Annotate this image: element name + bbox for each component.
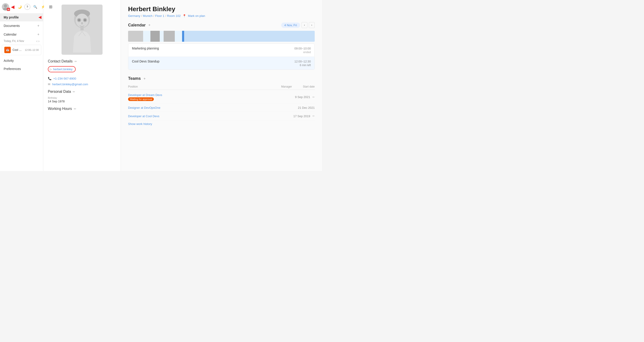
teams-row-0-badge: Waiting for approval (128, 97, 154, 101)
search-icon[interactable]: 🔍 (32, 4, 38, 10)
sidebar-calendar-event[interactable]: 📅 Cool Devs Stan... 12:00–12:30 (2, 45, 41, 55)
main-content: Contact Details ✏ ▷ herbert.binkley 📞 +1… (43, 0, 322, 171)
breadcrumb-sep-1: / (153, 14, 154, 18)
calendar-panel: Calendar + 4 Nov, Fri ‹ › (128, 22, 315, 70)
teams-row-0-edit-icon[interactable]: ✏ (312, 96, 315, 99)
email-row: ✉ herbert.binkley@gmail.com (48, 83, 116, 86)
teams-row-2-edit-icon[interactable]: ✏ (312, 114, 315, 118)
profile-center-panel: Contact Details ✏ ▷ herbert.binkley 📞 +1… (43, 0, 121, 171)
event-time: 12:00–12:30 (25, 49, 39, 51)
teams-row-2-start-date: 17 Sep 2019 (293, 114, 310, 118)
timeline-seg-gap3 (175, 31, 182, 42)
teams-row-2: Developer at Cool Devs 17 Sep 2019 ✏ (128, 112, 315, 120)
teams-add-button[interactable]: + (143, 77, 146, 81)
calendar-prev[interactable]: ‹ (36, 39, 38, 43)
personal-data-section: Personal Data ✏ Birthday 14 Sep 1978 (48, 90, 116, 103)
phone-value[interactable]: +1-234-567-8900 (53, 77, 76, 80)
breadcrumb-sep-3: 📍 (182, 14, 186, 18)
teams-row-1-start-date: 21 Dec 2021 (298, 106, 315, 109)
calendar-date-button[interactable]: 4 Nov, Fri (281, 23, 300, 28)
sidebar-item-documents[interactable]: Documents + (0, 22, 43, 30)
username-value[interactable]: herbert.binkley (53, 68, 72, 71)
teams-row-0-start: 9 Sep 2021 ✏ (292, 95, 315, 99)
person-name: Herbert Binkley (128, 6, 315, 13)
sidebar-item-my-profile[interactable]: My profile ◀ (0, 13, 43, 22)
teams-row-1-position: Designer at DevOpsOne (128, 106, 292, 109)
teams-table-header: Position Manager Start date (128, 84, 315, 90)
sidebar-calendar-section: Calendar + Today, Fri, 4 Nov ‹ › 📅 Cool … (0, 30, 43, 57)
working-hours-section: Working Hours ✏ (48, 107, 116, 111)
timeline-seg-gap1 (143, 31, 151, 42)
personal-data-label: Personal Data (48, 90, 71, 94)
teams-row-1-position-link[interactable]: Designer at DevOpsOne (128, 106, 160, 109)
timeline-seg-2 (150, 31, 160, 42)
breadcrumb-part-0[interactable]: Germany (128, 14, 140, 18)
sidebar-item-my-profile-label: My profile (4, 16, 19, 19)
breadcrumb-part-1[interactable]: Munich (143, 14, 152, 18)
sidebar-nav: My profile ◀ Documents + Calendar + Toda… (0, 12, 43, 74)
username-icon: ▷ (50, 68, 52, 71)
cal-event-1-time: 12:00–12:30 (294, 60, 311, 63)
sidebar: M ◀ 🌙 ? 🔍 ⚡ ⊞ My profile ◀ Documents + C… (0, 0, 43, 171)
mark-on-plan-link[interactable]: Mark on plan (188, 14, 205, 18)
person-illustration (65, 7, 99, 53)
red-arrow-top: ◀ (11, 5, 14, 9)
profile-photo-container (48, 5, 116, 55)
sidebar-documents-plus[interactable]: + (37, 24, 40, 28)
teams-row-0-position-link[interactable]: Developer at Dream Devs (128, 93, 162, 97)
teams-row-2-start: 17 Sep 2019 ✏ (292, 114, 315, 118)
col-manager-header: Manager (269, 85, 292, 88)
contact-edit-icon[interactable]: ✏ (74, 60, 77, 63)
sidebar-item-calendar[interactable]: Calendar + (0, 30, 43, 39)
email-value[interactable]: herbert.binkley@gmail.com (52, 83, 88, 86)
email-icon: ✉ (48, 83, 50, 86)
sidebar-top-bar: M ◀ 🌙 ? 🔍 ⚡ ⊞ (0, 2, 43, 12)
teams-row-1-start: 21 Dec 2021 (292, 106, 315, 109)
calendar-panel-nav: 4 Nov, Fri ‹ › (281, 22, 315, 28)
plus-square-icon[interactable]: ⊞ (48, 4, 54, 10)
phone-row: 📞 +1-234-567-8900 (48, 77, 116, 80)
teams-row-0-start-date: 9 Sep 2021 (295, 95, 310, 99)
calendar-event-0[interactable]: Marketing planning 09:00–10:00 ended (128, 44, 314, 57)
calendar-panel-title: Calendar + (128, 23, 151, 28)
calendar-next-button[interactable]: › (309, 22, 315, 28)
avatar[interactable]: M (2, 3, 9, 11)
lightning-icon[interactable]: ⚡ (40, 4, 46, 10)
cal-event-0-status: ended (303, 51, 311, 54)
breadcrumb: Germany / Munich / Floor 1 / Room 102 📍 … (128, 14, 315, 18)
calendar-panel-title-label: Calendar (128, 23, 146, 28)
show-work-history-link[interactable]: Show work history (128, 122, 152, 126)
calendar-add-button[interactable]: + (148, 23, 151, 27)
personal-data-edit-icon[interactable]: ✏ (73, 90, 75, 94)
birthday-label: Birthday (48, 96, 116, 99)
cal-event-0-time: 09:00–10:00 (294, 47, 311, 50)
calendar-panel-header: Calendar + 4 Nov, Fri ‹ › (128, 22, 315, 28)
sidebar-item-preferences-label: Preferences (4, 67, 21, 71)
sidebar-item-activity[interactable]: Activity (0, 57, 43, 65)
breadcrumb-part-3[interactable]: Room 102 (167, 14, 181, 18)
sidebar-calendar-plus[interactable]: + (37, 32, 40, 37)
red-arrow-profile: ◀ (38, 16, 41, 19)
cal-event-0-name: Marketing planning (132, 47, 159, 50)
breadcrumb-part-2[interactable]: Floor 1 (155, 14, 164, 18)
username-highlighted: ▷ herbert.binkley (48, 66, 76, 72)
col-position-header: Position (128, 85, 269, 88)
teams-row-2-position-link[interactable]: Developer at Cool Devs (128, 114, 159, 118)
sidebar-item-preferences[interactable]: Preferences (0, 65, 43, 73)
help-icon[interactable]: ? (24, 4, 30, 10)
calendar-event-1[interactable]: Cool Devs Standup 12:00–12:30 6 min left (128, 57, 314, 70)
teams-title-label: Teams (128, 76, 141, 81)
calendar-date-row: Today, Fri, 4 Nov ‹ › (0, 39, 43, 44)
timeline-current-line (182, 31, 184, 42)
moon-icon[interactable]: 🌙 (17, 4, 22, 10)
avatar-m-badge: M (7, 8, 10, 11)
working-hours-edit-icon[interactable]: ✏ (74, 107, 76, 111)
sidebar-item-activity-label: Activity (4, 59, 14, 63)
breadcrumb-sep-0: / (141, 14, 142, 18)
personal-data-title: Personal Data ✏ (48, 90, 116, 94)
cal-event-1-name: Cool Devs Standup (132, 60, 160, 63)
calendar-next[interactable]: › (38, 39, 40, 43)
calendar-prev-button[interactable]: ‹ (302, 22, 308, 28)
svg-rect-10 (80, 27, 84, 30)
contact-details-title: Contact Details ✏ (48, 59, 116, 63)
